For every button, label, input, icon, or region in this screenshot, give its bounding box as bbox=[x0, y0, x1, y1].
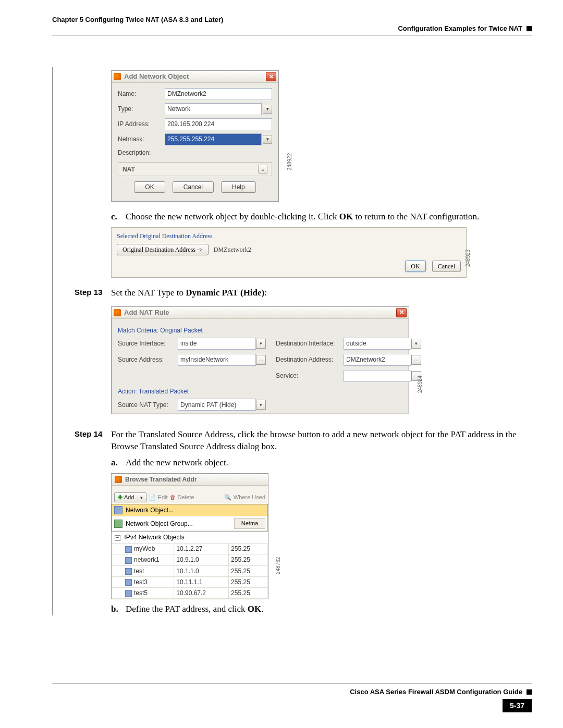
service-label: Service: bbox=[265, 372, 344, 380]
action-label: Action: Translated Packet bbox=[118, 387, 402, 396]
square-icon bbox=[527, 689, 532, 695]
dialog-add-network-object: Add Network Object ✕ Name: DMZnetwork2 T… bbox=[111, 70, 279, 202]
close-icon[interactable]: ✕ bbox=[266, 72, 276, 81]
objects-table: myWeb10.1.2.27255.25network110.9.1.0255.… bbox=[112, 544, 268, 599]
browse-icon[interactable]: … bbox=[256, 355, 266, 365]
object-icon bbox=[114, 506, 123, 514]
object-group-icon bbox=[114, 520, 123, 528]
ok-button[interactable]: OK bbox=[405, 261, 425, 272]
tree-header[interactable]: − IPv4 Network Objects bbox=[112, 532, 268, 544]
src-if-label: Source Interface: bbox=[118, 339, 178, 348]
ok-button[interactable]: OK bbox=[134, 181, 165, 193]
netmask-input[interactable]: 255.255.255.224 bbox=[165, 133, 262, 145]
step13-text: Set the NAT Type to Dynamic PAT (Hide): bbox=[111, 287, 532, 299]
chevron-down-icon[interactable]: ▾ bbox=[263, 105, 272, 114]
edit-button[interactable]: Edit bbox=[158, 493, 168, 501]
selected-destination-panel: Selected Original Destination Address Or… bbox=[111, 227, 467, 278]
step14-label: Step 14 bbox=[75, 429, 111, 453]
object-icon bbox=[125, 546, 132, 553]
dialog-title: Add NAT Rule bbox=[124, 308, 169, 317]
app-icon bbox=[114, 73, 121, 80]
nat-group-label: NAT bbox=[123, 165, 135, 174]
step14-text: For the Translated Source Address, click… bbox=[111, 429, 532, 453]
ip-input[interactable]: 209.165.200.224 bbox=[165, 118, 272, 130]
service-input[interactable] bbox=[344, 370, 411, 382]
match-criteria-label: Match Criteria: Original Packet bbox=[118, 326, 402, 335]
original-dest-button[interactable]: Original Destination Address -> bbox=[117, 244, 209, 255]
dst-addr-input[interactable]: DMZnetwork2 bbox=[344, 354, 411, 366]
app-icon bbox=[115, 476, 122, 483]
cancel-button[interactable]: Cancel bbox=[173, 181, 214, 193]
object-icon bbox=[125, 579, 132, 586]
object-icon bbox=[125, 590, 132, 597]
chevron-down-icon[interactable]: ▾ bbox=[263, 135, 272, 144]
table-row[interactable]: myWeb10.1.2.27255.25 bbox=[112, 544, 268, 554]
type-label: Type: bbox=[118, 105, 165, 113]
guide-title: Cisco ASA Series Firewall ASDM Configura… bbox=[350, 688, 522, 696]
item-a-label: a. bbox=[111, 457, 126, 469]
dialog-add-nat-rule: Add NAT Rule ✕ Match Criteria: Original … bbox=[111, 306, 409, 414]
step13-label: Step 13 bbox=[75, 287, 111, 299]
figure-id: 248924 bbox=[417, 375, 424, 392]
add-button[interactable]: ✚ Add ▾ bbox=[114, 492, 146, 502]
name-label: Name: bbox=[118, 90, 165, 98]
item-b-label: b. bbox=[111, 603, 126, 615]
type-select[interactable]: Network bbox=[165, 103, 262, 115]
menu-network-object[interactable]: Network Object... bbox=[112, 504, 267, 516]
figure-id: 248923 bbox=[464, 250, 472, 267]
chapter-title: Chapter 5 Configuring Twice NAT (ASA 8.3… bbox=[52, 16, 223, 23]
item-c-label: c. bbox=[111, 211, 126, 223]
item-b-text: Define the PAT address, and click OK. bbox=[126, 603, 532, 615]
menu-network-object-group[interactable]: Network Object Group... Netma bbox=[112, 516, 267, 531]
plus-icon: ✚ bbox=[118, 493, 123, 501]
src-addr-input[interactable]: myInsideNetwork bbox=[178, 354, 256, 366]
figure-id: 248762 bbox=[275, 557, 282, 574]
chevron-down-icon[interactable]: ▾ bbox=[411, 339, 421, 349]
close-icon[interactable]: ✕ bbox=[396, 308, 407, 317]
chevron-down-icon[interactable]: ▾ bbox=[256, 339, 266, 349]
ip-label: IP Address: bbox=[118, 120, 165, 128]
where-used-button[interactable]: Where Used bbox=[234, 493, 265, 501]
minus-icon[interactable]: − bbox=[115, 535, 120, 541]
dst-if-label: Destination Interface: bbox=[265, 339, 344, 348]
object-icon bbox=[125, 557, 132, 564]
object-icon bbox=[125, 568, 132, 575]
nat-type-select[interactable]: Dynamic PAT (Hide) bbox=[178, 399, 256, 411]
dst-if-select[interactable]: outside bbox=[344, 338, 411, 350]
chevron-down-icon[interactable]: ▾ bbox=[138, 495, 143, 501]
group-label: Selected Original Destination Address bbox=[117, 232, 461, 240]
page-number: 5-37 bbox=[503, 699, 532, 712]
src-addr-label: Source Address: bbox=[118, 355, 178, 364]
table-row[interactable]: test10.1.1.0255.25 bbox=[112, 565, 268, 576]
nat-type-label: Source NAT Type: bbox=[118, 401, 178, 409]
dialog-title: Browse Translated Addr bbox=[125, 475, 197, 484]
original-dest-value: DMZnetwork2 bbox=[214, 245, 251, 254]
dst-addr-label: Destination Address: bbox=[265, 355, 344, 364]
col-netmask: Netma bbox=[234, 518, 265, 529]
section-title: Configuration Examples for Twice NAT bbox=[398, 24, 522, 32]
help-button[interactable]: Help bbox=[221, 181, 256, 193]
delete-button[interactable]: Delete bbox=[178, 493, 194, 501]
name-input[interactable]: DMZnetwork2 bbox=[165, 88, 272, 100]
src-if-select[interactable]: inside bbox=[178, 338, 256, 350]
browse-icon[interactable]: … bbox=[411, 355, 421, 365]
table-row[interactable]: network110.9.1.0255.25 bbox=[112, 554, 268, 565]
chevron-down-icon[interactable]: ▾ bbox=[256, 400, 266, 410]
description-label: Description: bbox=[118, 149, 165, 157]
square-icon bbox=[527, 26, 532, 31]
expand-icon[interactable]: ⌄ bbox=[258, 165, 267, 174]
table-row[interactable]: test310.11.1.1255.25 bbox=[112, 576, 268, 587]
page-header: Chapter 5 Configuring Twice NAT (ASA 8.3… bbox=[52, 16, 532, 23]
item-a-text: Add the new network object. bbox=[126, 457, 532, 469]
netmask-label: Netmask: bbox=[118, 135, 165, 143]
table-row[interactable]: test510.90.67.2255.25 bbox=[112, 588, 268, 599]
app-icon bbox=[114, 309, 121, 316]
cancel-button[interactable]: Cancel bbox=[432, 261, 461, 272]
item-c-text: Choose the new network object by double-… bbox=[126, 211, 532, 223]
header-rule bbox=[52, 35, 532, 36]
dialog-browse-translated-addr: Browse Translated Addr ✚ Add ▾ 📄Edit 🗑De… bbox=[111, 473, 268, 599]
figure-id: 248922 bbox=[286, 153, 293, 170]
page-footer: Cisco ASA Series Firewall ASDM Configura… bbox=[52, 679, 532, 712]
dialog-title: Add Network Object bbox=[124, 72, 189, 81]
